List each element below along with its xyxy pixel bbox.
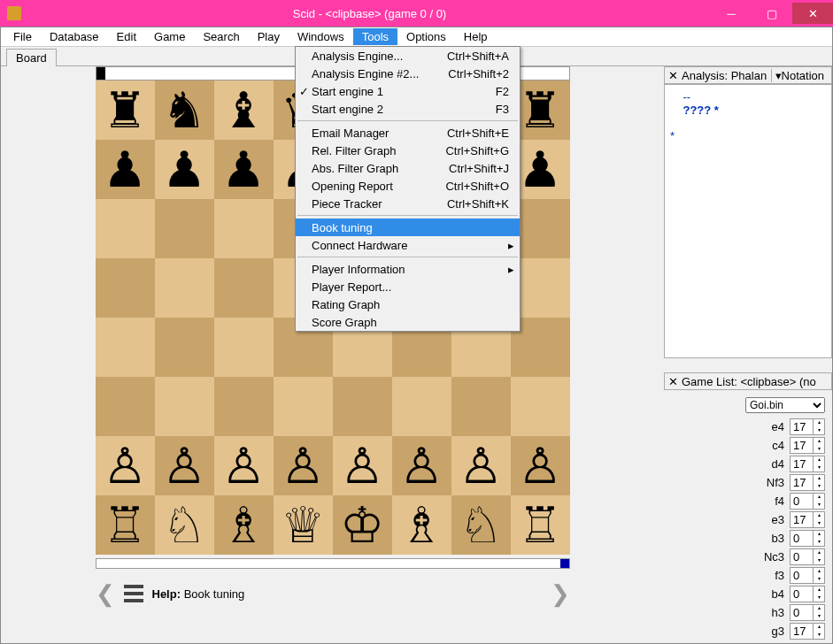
board-square[interactable] bbox=[155, 318, 214, 377]
menu-item[interactable]: Piece TrackerCtrl+Shift+K bbox=[296, 195, 520, 212]
board-square[interactable]: ♙ bbox=[511, 436, 570, 495]
board-square[interactable]: ♖ bbox=[511, 495, 570, 555]
board-square[interactable]: ♙ bbox=[155, 436, 214, 495]
board-square[interactable] bbox=[274, 377, 333, 436]
help-label: Help: bbox=[152, 587, 181, 601]
move-weight-spinner[interactable]: 0▴▾ bbox=[790, 548, 825, 565]
menu-item[interactable]: Start engine 2F3 bbox=[296, 100, 520, 118]
menu-item[interactable]: Score Graph bbox=[296, 313, 520, 331]
move-weight-spinner[interactable]: 0▴▾ bbox=[790, 567, 825, 584]
board-square[interactable]: ♞ bbox=[155, 80, 214, 140]
board-square[interactable] bbox=[214, 377, 274, 436]
menu-item[interactable]: Abs. Filter GraphCtrl+Shift+J bbox=[296, 159, 520, 177]
board-square[interactable] bbox=[96, 377, 155, 436]
menu-item[interactable]: Book tuning bbox=[296, 218, 520, 236]
move-weight-spinner[interactable]: 17▴▾ bbox=[790, 418, 825, 435]
maximize-button[interactable]: ▢ bbox=[752, 3, 792, 24]
board-square[interactable]: ♙ bbox=[392, 436, 451, 495]
menu-tools[interactable]: Tools bbox=[353, 28, 397, 45]
menu-windows[interactable]: Windows bbox=[289, 28, 353, 45]
book-move-row: e417▴▾ bbox=[671, 418, 825, 435]
book-move-row: c417▴▾ bbox=[671, 437, 825, 454]
analysis-tab-label[interactable]: Analysis: Phalan bbox=[682, 69, 771, 82]
board-square[interactable]: ♗ bbox=[392, 495, 451, 555]
board-square[interactable] bbox=[451, 377, 511, 436]
menu-icon[interactable] bbox=[124, 585, 143, 602]
panel-close-icon[interactable]: ✕ bbox=[668, 375, 678, 388]
board-square[interactable] bbox=[96, 318, 155, 377]
menu-edit[interactable]: Edit bbox=[108, 28, 145, 45]
menu-item[interactable]: Connect Hardware bbox=[296, 236, 520, 254]
board-square[interactable] bbox=[214, 199, 274, 258]
menu-item[interactable]: Player Information bbox=[296, 260, 520, 278]
notation-tab[interactable]: ▾Notation bbox=[771, 69, 828, 82]
book-move-row: b30▴▾ bbox=[671, 530, 825, 547]
book-move-row: Nc30▴▾ bbox=[671, 548, 825, 565]
book-select[interactable]: Goi.bin bbox=[745, 397, 825, 413]
move-weight-spinner[interactable]: 0▴▾ bbox=[790, 586, 825, 602]
board-square[interactable]: ♟ bbox=[155, 140, 214, 199]
board-square[interactable]: ♙ bbox=[96, 436, 155, 495]
minimize-button[interactable]: ─ bbox=[711, 3, 752, 24]
board-square[interactable] bbox=[155, 199, 214, 258]
board-square[interactable]: ♟ bbox=[214, 140, 274, 199]
board-square[interactable]: ♘ bbox=[451, 495, 511, 555]
board-square[interactable]: ♙ bbox=[451, 436, 511, 495]
menu-file[interactable]: File bbox=[4, 28, 41, 45]
move-weight-spinner[interactable]: 0▴▾ bbox=[790, 604, 825, 621]
menu-item[interactable]: Start engine 1F2 bbox=[296, 82, 520, 100]
menu-search[interactable]: Search bbox=[194, 28, 248, 45]
menu-database[interactable]: Database bbox=[41, 28, 108, 45]
tab-board[interactable]: Board bbox=[6, 49, 57, 66]
menu-item[interactable]: Opening ReportCtrl+Shift+O bbox=[296, 177, 520, 195]
analysis-panel-header: ✕ Analysis: Phalan ▾Notation bbox=[664, 66, 832, 84]
close-button[interactable]: ✕ bbox=[792, 3, 833, 24]
help-bar: ❮ Help: Book tuning ❯ bbox=[96, 576, 570, 611]
next-icon[interactable]: ❯ bbox=[551, 580, 570, 608]
board-square[interactable] bbox=[155, 377, 214, 436]
board-square[interactable]: ♝ bbox=[214, 80, 274, 140]
menu-item[interactable]: Player Report... bbox=[296, 278, 520, 295]
menu-item[interactable]: Analysis Engine #2...Ctrl+Shift+2 bbox=[296, 65, 520, 82]
book-move-row: e317▴▾ bbox=[671, 511, 825, 528]
move-weight-spinner[interactable]: 17▴▾ bbox=[790, 474, 825, 491]
book-move-row: f40▴▾ bbox=[671, 493, 825, 510]
board-square[interactable] bbox=[214, 318, 274, 377]
panel-close-icon[interactable]: ✕ bbox=[668, 69, 678, 82]
menu-item[interactable]: Rel. Filter GraphCtrl+Shift+G bbox=[296, 142, 520, 159]
board-square[interactable]: ♔ bbox=[333, 495, 392, 555]
menu-item[interactable]: Email ManagerCtrl+Shift+E bbox=[296, 124, 520, 142]
menu-help[interactable]: Help bbox=[455, 28, 497, 45]
board-square[interactable]: ♙ bbox=[274, 436, 333, 495]
menu-item[interactable]: Rating Graph bbox=[296, 295, 520, 313]
board-square[interactable] bbox=[392, 377, 451, 436]
board-square[interactable]: ♘ bbox=[155, 495, 214, 555]
menu-options[interactable]: Options bbox=[397, 28, 455, 45]
board-square[interactable]: ♟ bbox=[96, 140, 155, 199]
board-square[interactable]: ♜ bbox=[96, 80, 155, 140]
board-square[interactable] bbox=[96, 258, 155, 318]
board-square[interactable]: ♙ bbox=[333, 436, 392, 495]
gamelist-header-label[interactable]: Game List: <clipbase> (no bbox=[682, 375, 828, 388]
move-weight-spinner[interactable]: 0▴▾ bbox=[790, 530, 825, 547]
menu-play[interactable]: Play bbox=[249, 28, 289, 45]
board-square[interactable] bbox=[155, 258, 214, 318]
board-square[interactable] bbox=[214, 258, 274, 318]
board-square[interactable]: ♖ bbox=[96, 495, 155, 555]
move-weight-spinner[interactable]: 17▴▾ bbox=[790, 437, 825, 454]
move-weight-spinner[interactable]: 17▴▾ bbox=[790, 511, 825, 528]
board-square[interactable] bbox=[333, 377, 392, 436]
board-square[interactable] bbox=[511, 377, 570, 436]
move-weight-spinner[interactable]: 17▴▾ bbox=[790, 456, 825, 472]
board-square[interactable]: ♕ bbox=[274, 495, 333, 555]
move-weight-spinner[interactable]: 0▴▾ bbox=[790, 493, 825, 510]
move-weight-spinner[interactable]: 17▴▾ bbox=[790, 623, 825, 640]
prev-icon[interactable]: ❮ bbox=[96, 580, 115, 608]
menu-item[interactable]: Analysis Engine...Ctrl+Shift+A bbox=[296, 47, 520, 65]
board-square[interactable] bbox=[96, 199, 155, 258]
board-square[interactable]: ♗ bbox=[214, 495, 274, 555]
book-move-row: Nf317▴▾ bbox=[671, 474, 825, 491]
board-square[interactable]: ♙ bbox=[214, 436, 274, 495]
move-label: f4 bbox=[775, 494, 784, 508]
menu-game[interactable]: Game bbox=[145, 28, 194, 45]
